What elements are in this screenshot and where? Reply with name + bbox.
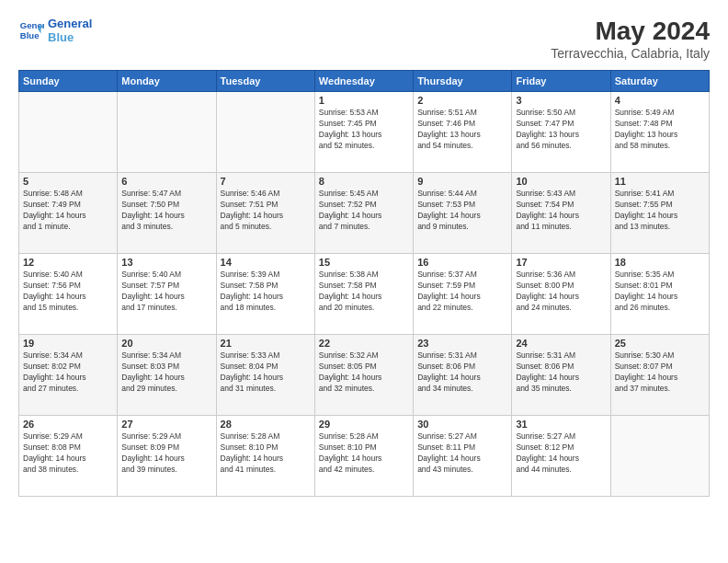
day-number: 17 — [516, 257, 606, 268]
day-detail: Sunrise: 5:29 AM Sunset: 8:08 PM Dayligh… — [23, 431, 113, 476]
week-row-2: 5Sunrise: 5:48 AM Sunset: 7:49 PM Daylig… — [19, 173, 710, 254]
day-number: 3 — [516, 95, 606, 106]
calendar-table: SundayMondayTuesdayWednesdayThursdayFrid… — [18, 70, 710, 497]
day-cell-2: 2Sunrise: 5:51 AM Sunset: 7:46 PM Daylig… — [414, 92, 512, 173]
empty-cell — [118, 92, 216, 173]
day-cell-12: 12Sunrise: 5:40 AM Sunset: 7:56 PM Dayli… — [19, 254, 118, 335]
day-cell-4: 4Sunrise: 5:49 AM Sunset: 7:48 PM Daylig… — [610, 92, 709, 173]
week-row-1: 1Sunrise: 5:53 AM Sunset: 7:45 PM Daylig… — [19, 92, 710, 173]
day-detail: Sunrise: 5:41 AM Sunset: 7:55 PM Dayligh… — [615, 189, 705, 233]
day-cell-18: 18Sunrise: 5:35 AM Sunset: 8:01 PM Dayli… — [610, 254, 709, 335]
day-cell-10: 10Sunrise: 5:43 AM Sunset: 7:54 PM Dayli… — [512, 173, 610, 254]
day-detail: Sunrise: 5:34 AM Sunset: 8:02 PM Dayligh… — [23, 350, 113, 395]
week-row-4: 19Sunrise: 5:34 AM Sunset: 8:02 PM Dayli… — [19, 335, 710, 416]
day-detail: Sunrise: 5:30 AM Sunset: 8:07 PM Dayligh… — [615, 350, 705, 395]
day-number: 18 — [615, 257, 705, 268]
day-number: 19 — [23, 338, 113, 349]
day-detail: Sunrise: 5:31 AM Sunset: 8:06 PM Dayligh… — [417, 350, 507, 395]
day-number: 4 — [615, 95, 705, 106]
day-number: 23 — [417, 338, 507, 349]
page: General Blue General Blue May 2024 Terra… — [0, 0, 728, 563]
day-cell-13: 13Sunrise: 5:40 AM Sunset: 7:57 PM Dayli… — [118, 254, 216, 335]
day-cell-21: 21Sunrise: 5:33 AM Sunset: 8:04 PM Dayli… — [216, 335, 314, 416]
day-detail: Sunrise: 5:46 AM Sunset: 7:51 PM Dayligh… — [221, 189, 311, 233]
day-detail: Sunrise: 5:27 AM Sunset: 8:12 PM Dayligh… — [516, 431, 606, 476]
header: General Blue General Blue May 2024 Terra… — [18, 17, 710, 61]
day-number: 31 — [516, 419, 606, 430]
day-detail: Sunrise: 5:33 AM Sunset: 8:04 PM Dayligh… — [221, 350, 311, 395]
day-cell-7: 7Sunrise: 5:46 AM Sunset: 7:51 PM Daylig… — [216, 173, 314, 254]
day-detail: Sunrise: 5:28 AM Sunset: 8:10 PM Dayligh… — [221, 431, 311, 476]
svg-text:Blue: Blue — [20, 30, 40, 40]
subtitle: Terravecchia, Calabria, Italy — [551, 46, 710, 61]
day-number: 7 — [221, 176, 311, 187]
header-thursday: Thursday — [414, 71, 512, 92]
day-number: 24 — [516, 338, 606, 349]
day-cell-17: 17Sunrise: 5:36 AM Sunset: 8:00 PM Dayli… — [512, 254, 610, 335]
day-detail: Sunrise: 5:48 AM Sunset: 7:49 PM Dayligh… — [23, 189, 113, 233]
day-number: 1 — [319, 95, 409, 106]
day-cell-1: 1Sunrise: 5:53 AM Sunset: 7:45 PM Daylig… — [314, 92, 413, 173]
day-detail: Sunrise: 5:31 AM Sunset: 8:06 PM Dayligh… — [516, 350, 606, 395]
day-cell-14: 14Sunrise: 5:39 AM Sunset: 7:58 PM Dayli… — [216, 254, 314, 335]
day-detail: Sunrise: 5:36 AM Sunset: 8:00 PM Dayligh… — [516, 270, 606, 314]
empty-cell — [216, 92, 314, 173]
week-row-5: 26Sunrise: 5:29 AM Sunset: 8:08 PM Dayli… — [19, 416, 710, 497]
day-cell-31: 31Sunrise: 5:27 AM Sunset: 8:12 PM Dayli… — [512, 416, 610, 497]
day-number: 29 — [319, 419, 409, 430]
day-number: 13 — [121, 257, 211, 268]
title-block: May 2024 Terravecchia, Calabria, Italy — [551, 17, 710, 61]
logo-line2: Blue — [48, 30, 92, 44]
header-saturday: Saturday — [610, 71, 709, 92]
day-cell-6: 6Sunrise: 5:47 AM Sunset: 7:50 PM Daylig… — [118, 173, 216, 254]
day-detail: Sunrise: 5:28 AM Sunset: 8:10 PM Dayligh… — [319, 431, 409, 476]
day-detail: Sunrise: 5:32 AM Sunset: 8:05 PM Dayligh… — [319, 350, 409, 395]
day-cell-25: 25Sunrise: 5:30 AM Sunset: 8:07 PM Dayli… — [610, 335, 709, 416]
day-detail: Sunrise: 5:34 AM Sunset: 8:03 PM Dayligh… — [121, 350, 211, 395]
day-number: 20 — [121, 338, 211, 349]
day-cell-22: 22Sunrise: 5:32 AM Sunset: 8:05 PM Dayli… — [314, 335, 413, 416]
header-sunday: Sunday — [19, 71, 118, 92]
day-number: 28 — [221, 419, 311, 430]
day-cell-27: 27Sunrise: 5:29 AM Sunset: 8:09 PM Dayli… — [118, 416, 216, 497]
logo-line1: General — [48, 17, 92, 30]
day-number: 26 — [23, 419, 113, 430]
day-cell-20: 20Sunrise: 5:34 AM Sunset: 8:03 PM Dayli… — [118, 335, 216, 416]
header-friday: Friday — [512, 71, 610, 92]
day-cell-9: 9Sunrise: 5:44 AM Sunset: 7:53 PM Daylig… — [414, 173, 512, 254]
logo-icon: General Blue — [18, 17, 44, 43]
day-detail: Sunrise: 5:38 AM Sunset: 7:58 PM Dayligh… — [319, 270, 409, 314]
day-detail: Sunrise: 5:47 AM Sunset: 7:50 PM Dayligh… — [121, 189, 211, 233]
day-detail: Sunrise: 5:40 AM Sunset: 7:56 PM Dayligh… — [23, 270, 113, 314]
day-number: 14 — [221, 257, 311, 268]
empty-cell — [19, 92, 118, 173]
day-number: 10 — [516, 176, 606, 187]
day-cell-19: 19Sunrise: 5:34 AM Sunset: 8:02 PM Dayli… — [19, 335, 118, 416]
day-detail: Sunrise: 5:40 AM Sunset: 7:57 PM Dayligh… — [121, 270, 211, 314]
day-cell-3: 3Sunrise: 5:50 AM Sunset: 7:47 PM Daylig… — [512, 92, 610, 173]
day-number: 25 — [615, 338, 705, 349]
day-cell-11: 11Sunrise: 5:41 AM Sunset: 7:55 PM Dayli… — [610, 173, 709, 254]
day-number: 22 — [319, 338, 409, 349]
day-detail: Sunrise: 5:49 AM Sunset: 7:48 PM Dayligh… — [615, 108, 705, 152]
day-cell-29: 29Sunrise: 5:28 AM Sunset: 8:10 PM Dayli… — [314, 416, 413, 497]
day-cell-26: 26Sunrise: 5:29 AM Sunset: 8:08 PM Dayli… — [19, 416, 118, 497]
day-number: 6 — [121, 176, 211, 187]
day-number: 16 — [417, 257, 507, 268]
day-number: 2 — [417, 95, 507, 106]
day-detail: Sunrise: 5:53 AM Sunset: 7:45 PM Dayligh… — [319, 108, 409, 152]
header-row: SundayMondayTuesdayWednesdayThursdayFrid… — [19, 71, 710, 92]
day-detail: Sunrise: 5:39 AM Sunset: 7:58 PM Dayligh… — [221, 270, 311, 314]
day-number: 12 — [23, 257, 113, 268]
day-detail: Sunrise: 5:45 AM Sunset: 7:52 PM Dayligh… — [319, 189, 409, 233]
day-number: 8 — [319, 176, 409, 187]
day-cell-24: 24Sunrise: 5:31 AM Sunset: 8:06 PM Dayli… — [512, 335, 610, 416]
day-number: 21 — [221, 338, 311, 349]
day-detail: Sunrise: 5:35 AM Sunset: 8:01 PM Dayligh… — [615, 270, 705, 314]
day-cell-16: 16Sunrise: 5:37 AM Sunset: 7:59 PM Dayli… — [414, 254, 512, 335]
main-title: May 2024 — [551, 17, 710, 46]
day-detail: Sunrise: 5:27 AM Sunset: 8:11 PM Dayligh… — [417, 431, 507, 476]
day-number: 5 — [23, 176, 113, 187]
day-number: 11 — [615, 176, 705, 187]
day-number: 27 — [121, 419, 211, 430]
